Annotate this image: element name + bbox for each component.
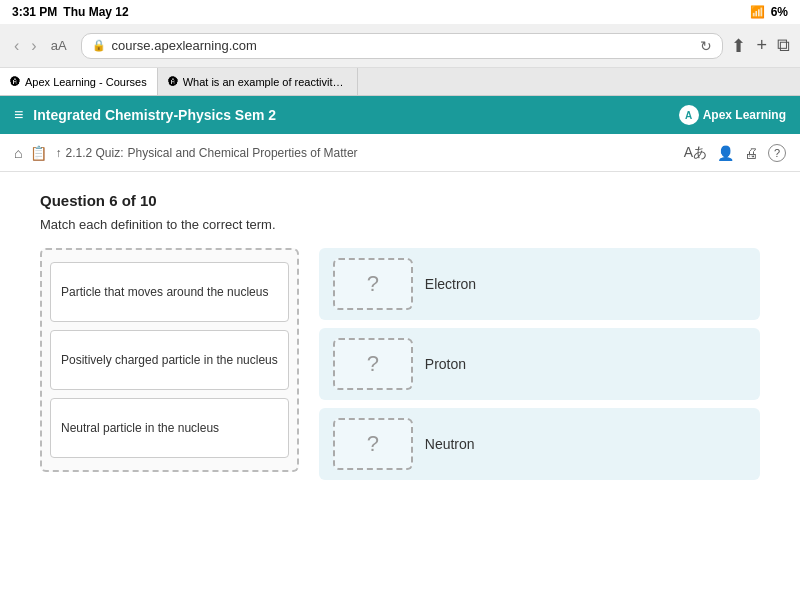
matching-container: Particle that moves around the nucleus P… — [40, 248, 760, 480]
help-icon[interactable]: ? — [768, 144, 786, 162]
url-text: course.apexlearning.com — [112, 38, 695, 53]
forward-button[interactable]: › — [27, 35, 40, 57]
tabs-button[interactable]: ⧉ — [777, 35, 790, 57]
drop-placeholder-2: ? — [367, 351, 379, 377]
brand-logo: A Apex Learning — [679, 105, 786, 125]
address-bar[interactable]: 🔒 course.apexlearning.com ↻ — [81, 33, 724, 59]
browser-tabs: 🅐 Apex Learning - Courses 🅐 What is an e… — [0, 68, 800, 96]
lock-icon: 🔒 — [92, 39, 106, 52]
tab-title-2: What is an example of reactivity? A. A p… — [183, 76, 347, 88]
term-row-electron: ? Electron — [319, 248, 760, 320]
term-label-neutron: Neutron — [425, 436, 475, 452]
tab-title-1: Apex Learning - Courses — [25, 76, 147, 88]
main-content: Question 6 of 10 Match each definition t… — [0, 172, 800, 600]
term-row-proton: ? Proton — [319, 328, 760, 400]
tab-reactivity[interactable]: 🅐 What is an example of reactivity? A. A… — [158, 68, 358, 95]
reload-button[interactable]: ↻ — [700, 38, 712, 54]
definition-item-2[interactable]: Positively charged particle in the nucle… — [50, 330, 289, 390]
term-label-electron: Electron — [425, 276, 476, 292]
quiz-title: Physical and Chemical Properties of Matt… — [128, 146, 358, 160]
status-day: Thu May 12 — [63, 5, 128, 19]
drop-placeholder-1: ? — [367, 271, 379, 297]
drop-zone-electron[interactable]: ? — [333, 258, 413, 310]
toolbar: ⌂ 📋 ↑ 2.1.2 Quiz: Physical and Chemical … — [0, 134, 800, 172]
menu-icon[interactable]: ≡ — [14, 106, 23, 124]
status-bar: 3:31 PM Thu May 12 📶 6% — [0, 0, 800, 24]
nav-arrow-icon: ↑ — [55, 146, 61, 160]
add-tab-button[interactable]: + — [756, 35, 767, 57]
breadcrumb: 2.1.2 Quiz: — [65, 146, 123, 160]
app-title: Integrated Chemistry-Physics Sem 2 — [33, 107, 276, 123]
print-icon[interactable]: 🖨 — [744, 145, 758, 161]
definition-text-1: Particle that moves around the nucleus — [61, 285, 268, 299]
browser-chrome: ‹ › aA 🔒 course.apexlearning.com ↻ ⬆ + ⧉ — [0, 24, 800, 68]
term-row-neutron: ? Neutron — [319, 408, 760, 480]
translate-icon[interactable]: Aあ — [684, 144, 707, 162]
definition-text-3: Neutral particle in the nucleus — [61, 421, 219, 435]
definition-item-1[interactable]: Particle that moves around the nucleus — [50, 262, 289, 322]
reader-button[interactable]: aA — [45, 35, 73, 57]
apex-logo-circle: A — [679, 105, 699, 125]
definitions-column: Particle that moves around the nucleus P… — [40, 248, 299, 472]
term-label-proton: Proton — [425, 356, 466, 372]
brand-name: Apex Learning — [703, 108, 786, 122]
person-icon[interactable]: 👤 — [717, 145, 734, 161]
wifi-icon: 📶 — [750, 5, 765, 19]
status-time: 3:31 PM — [12, 5, 57, 19]
terms-column: ? Electron ? Proton ? Neutron — [319, 248, 760, 480]
app-header: ≡ Integrated Chemistry-Physics Sem 2 A A… — [0, 96, 800, 134]
drop-placeholder-3: ? — [367, 431, 379, 457]
question-instruction: Match each definition to the correct ter… — [40, 217, 760, 232]
share-button[interactable]: ⬆ — [731, 35, 746, 57]
home-icon[interactable]: ⌂ — [14, 145, 22, 161]
bookmark-icon[interactable]: 📋 — [30, 145, 47, 161]
drop-zone-proton[interactable]: ? — [333, 338, 413, 390]
toolbar-nav: ↑ 2.1.2 Quiz: Physical and Chemical Prop… — [55, 146, 357, 160]
question-header: Question 6 of 10 — [40, 192, 760, 209]
definition-text-2: Positively charged particle in the nucle… — [61, 353, 278, 367]
tab-favicon-2: 🅐 — [168, 76, 178, 87]
back-button[interactable]: ‹ — [10, 35, 23, 57]
definition-item-3[interactable]: Neutral particle in the nucleus — [50, 398, 289, 458]
battery-icon: 6% — [771, 5, 788, 19]
tab-apex-courses[interactable]: 🅐 Apex Learning - Courses — [0, 68, 158, 95]
drop-zone-neutron[interactable]: ? — [333, 418, 413, 470]
tab-favicon-1: 🅐 — [10, 76, 20, 87]
